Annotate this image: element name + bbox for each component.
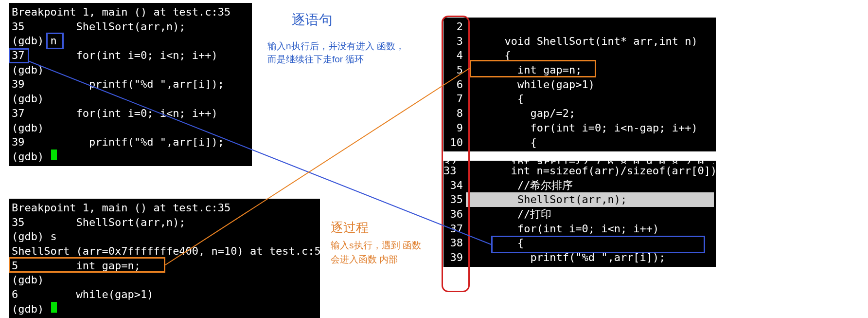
code-line: 6 while(gap>1)	[443, 77, 714, 92]
code-line: 38 {	[443, 236, 714, 250]
code-line: 7 {	[443, 92, 714, 106]
terminal-line: (gdb)	[12, 302, 317, 317]
code-text: printf("%d ",arr[i]);	[466, 250, 714, 265]
terminal-line: ShellSort (arr=0x7fffffffe400, n=10) at …	[12, 244, 317, 259]
code-text: for(int i=0; i<n-gap; i++)	[466, 121, 714, 135]
code-listing-main: 32 int arr[]={2,7,6,8,0,9,0,8,2,0,2};33 …	[443, 161, 716, 267]
line-number: 8	[443, 106, 466, 121]
code-line: 8 gap/=2;	[443, 106, 714, 121]
code-text: gap/=2;	[466, 106, 714, 121]
terminal-step-into: Breakpoint 1, main () at test.c:3535 She…	[9, 199, 320, 318]
code-text: int n=sizeof(arr)/sizeof(arr[0]);	[460, 164, 724, 178]
code-text: int gap=n;	[466, 63, 714, 77]
annotation-step-into-note: 输入s执行，遇到 函数会进入函数 内部	[331, 239, 428, 266]
code-line: 33 int n=sizeof(arr)/sizeof(arr[0]);	[443, 164, 714, 178]
line-number: 5	[443, 63, 466, 77]
code-text: ShellSort(arr,n);	[466, 192, 714, 207]
line-number: 7	[443, 92, 466, 106]
annotation-step-over-note: 输入n执行后，并没有进入 函数，而是继续往下走for 循环	[267, 40, 408, 66]
line-number: 39	[443, 250, 466, 265]
code-line: 32 int arr[]={2,7,6,8,0,9,0,8,2,0,2};	[443, 156, 714, 164]
line-number: 37	[443, 222, 466, 236]
code-text: {	[466, 48, 714, 63]
line-number: 34	[443, 178, 466, 193]
code-text: //打印	[466, 207, 714, 222]
terminal-line: (gdb) s	[12, 229, 317, 244]
terminal-line: (gdb)	[12, 63, 249, 77]
code-text	[466, 19, 714, 34]
annotation-step-over-title: 逐语句	[292, 11, 333, 29]
line-number: 36	[443, 207, 466, 222]
line-number: 10	[443, 135, 466, 150]
terminal-line: 35 ShellSort(arr,n);	[12, 19, 249, 34]
terminal-line: (gdb)	[12, 92, 249, 106]
code-line: 4 {	[443, 48, 714, 63]
terminal-line: 37 for(int i=0; i<n; i++)	[12, 106, 249, 121]
code-line: 5 int gap=n;	[443, 63, 714, 77]
line-number: 4	[443, 48, 466, 63]
terminal-line: (gdb) n	[12, 34, 249, 48]
code-line: 36 //打印	[443, 207, 714, 222]
code-text: {	[466, 236, 714, 250]
code-text: while(gap>1)	[466, 77, 714, 92]
code-line: 37 for(int i=0; i<n; i++)	[443, 222, 714, 236]
line-number: 3	[443, 34, 466, 49]
code-line: 34 //希尔排序	[443, 178, 714, 193]
line-number: 33	[443, 164, 460, 178]
code-text: void ShellSort(int* arr,int n)	[466, 34, 714, 49]
cursor-icon	[51, 302, 57, 313]
code-line: 3 void ShellSort(int* arr,int n)	[443, 34, 714, 49]
code-line: 9 for(int i=0; i<n-gap; i++)	[443, 121, 714, 135]
terminal-line: (gdb)	[12, 273, 317, 287]
terminal-line: 5 int gap=n;	[12, 259, 317, 273]
line-number: 32	[443, 156, 460, 164]
terminal-line: 39 printf("%d ",arr[i]);	[12, 135, 249, 150]
line-number: 2	[443, 19, 466, 34]
terminal-line: (gdb)	[12, 121, 249, 135]
code-text: {	[466, 92, 714, 106]
terminal-line: 6 while(gap>1)	[12, 287, 317, 302]
line-number: 6	[443, 77, 466, 92]
code-line: 35 ShellSort(arr,n);	[443, 192, 714, 207]
code-text: {	[466, 135, 714, 150]
line-number: 38	[443, 236, 466, 250]
code-text: for(int i=0; i<n; i++)	[466, 222, 714, 236]
terminal-line: Breakpoint 1, main () at test.c:35	[12, 201, 317, 215]
code-listing-shellsort: 23 void ShellSort(int* arr,int n)4 {5 in…	[443, 18, 716, 151]
line-number: 35	[443, 192, 466, 207]
code-line: 10 {	[443, 135, 714, 150]
code-text: int arr[]={2,7,6,8,0,9,0,8,2,0,2};	[460, 156, 714, 164]
terminal-line: Breakpoint 1, main () at test.c:35	[12, 5, 249, 19]
terminal-line: 39 printf("%d ",arr[i]);	[12, 77, 249, 92]
terminal-line: (gdb)	[12, 150, 249, 164]
code-text: //希尔排序	[466, 178, 714, 193]
code-line: 39 printf("%d ",arr[i]);	[443, 250, 714, 265]
terminal-line: 37 for(int i=0; i<n; i++)	[12, 48, 249, 63]
terminal-step-over: Breakpoint 1, main () at test.c:3535 She…	[9, 3, 252, 166]
cursor-icon	[51, 150, 57, 160]
terminal-line: 35 ShellSort(arr,n);	[12, 215, 317, 230]
code-line: 2	[443, 19, 714, 34]
annotation-step-into-title: 逐过程	[331, 219, 369, 236]
line-number: 9	[443, 121, 466, 135]
